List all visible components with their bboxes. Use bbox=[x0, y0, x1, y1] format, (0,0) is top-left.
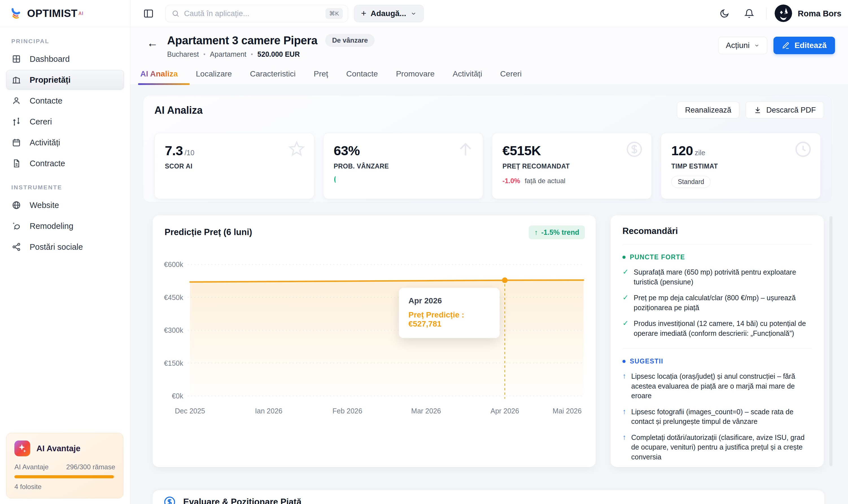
chart-tooltip: Apr 2026 Preț Predicție : €527,781 bbox=[399, 288, 500, 338]
ai-usage-card[interactable]: AI Avantaje AI Avantaje 296/300 rămase 4… bbox=[6, 433, 123, 498]
download-icon bbox=[754, 106, 762, 114]
sidebar: PRINCIPAL Dashboard Proprietăți Contacte bbox=[0, 27, 130, 504]
app-root: OPTIMISTAI ⌘K + Adaugă... bbox=[0, 0, 848, 504]
sidebar-item-contracts[interactable]: Contracte bbox=[6, 154, 124, 173]
tab-activitati[interactable]: Activități bbox=[453, 69, 482, 85]
moon-icon bbox=[719, 8, 729, 19]
sidebar-item-dashboard[interactable]: Dashboard bbox=[6, 49, 124, 69]
stat-card-recommended-price: €515K PREȚ RECOMANDAT -1.0% față de actu… bbox=[492, 133, 652, 199]
user-icon bbox=[12, 96, 21, 106]
status-badge: De vânzare bbox=[325, 34, 375, 47]
main-content: ← Apartament 3 camere Pipera De vânzare … bbox=[130, 27, 848, 504]
scrollbar[interactable] bbox=[829, 216, 832, 466]
clock-icon bbox=[794, 140, 812, 159]
usage-card-title: AI Avantaje bbox=[36, 444, 81, 453]
tab-caracteristici[interactable]: Caracteristici bbox=[250, 69, 296, 85]
svg-text:Ian 2026: Ian 2026 bbox=[255, 407, 282, 415]
topbar: OPTIMISTAI ⌘K + Adaugă... bbox=[0, 0, 848, 27]
tooltip-month: Apr 2026 bbox=[408, 296, 490, 305]
svg-text:Feb 2026: Feb 2026 bbox=[333, 407, 363, 415]
sidebar-item-social-posts[interactable]: Postări sociale bbox=[6, 237, 124, 257]
actions-button[interactable]: Acțiuni bbox=[718, 37, 767, 54]
arrow-up-icon: ↑ bbox=[622, 407, 626, 416]
ai-analysis-panel: AI Analiza Reanalizează Descarcă PDF bbox=[143, 95, 832, 202]
tab-pret[interactable]: Preț bbox=[314, 69, 328, 85]
suggestion-item: ↑ Lipsesc fotografii (images_count=0) – … bbox=[622, 407, 812, 427]
usage-progress-track bbox=[14, 475, 115, 478]
notifications-button[interactable] bbox=[742, 7, 756, 20]
search-input[interactable] bbox=[184, 9, 321, 18]
stats-row: 7.3 /10 SCOR AI 63% PROB. VÂNZARE bbox=[154, 133, 820, 199]
user-avatar[interactable] bbox=[775, 4, 792, 22]
reanalyze-button[interactable]: Reanalizează bbox=[677, 102, 740, 119]
topbar-divider bbox=[766, 7, 766, 20]
ai-sparkle-icon bbox=[14, 440, 30, 456]
brand-name: OPTIMIST bbox=[27, 7, 77, 19]
sidebar-section-instruments: INSTRUMENTE bbox=[11, 184, 124, 191]
tab-localizare[interactable]: Localizare bbox=[196, 69, 232, 85]
price-delta: -1.0% bbox=[502, 177, 520, 185]
edit-button[interactable]: Editează bbox=[774, 37, 835, 54]
dollar-circle-icon bbox=[625, 140, 643, 159]
sidebar-item-activities[interactable]: Activități bbox=[6, 133, 124, 152]
sidebar-collapse-button[interactable] bbox=[142, 7, 155, 20]
property-header: ← Apartament 3 camere Pipera De vânzare … bbox=[130, 27, 848, 85]
mini-gauge-icon bbox=[334, 176, 337, 183]
global-search[interactable]: ⌘K bbox=[165, 5, 348, 22]
stat-card-sale-probability: 63% PROB. VÂNZARE bbox=[323, 133, 483, 199]
add-button[interactable]: + Adaugă... bbox=[354, 5, 424, 22]
user-name[interactable]: Roma Bors bbox=[798, 0, 842, 27]
sidebar-item-requests[interactable]: Cereri bbox=[6, 112, 124, 131]
svg-text:€0k: €0k bbox=[172, 392, 183, 400]
dollar-circle-blue-icon bbox=[163, 496, 176, 504]
brand[interactable]: OPTIMISTAI bbox=[0, 0, 130, 27]
breadcrumb-price: 520.000 EUR bbox=[258, 50, 300, 58]
stat-card-estimated-time: 120 zile TIMP ESTIMAT Standard bbox=[661, 133, 820, 199]
sidebar-item-website[interactable]: Website bbox=[6, 195, 124, 215]
strength-item: ✓ Suprafață mare (650 mp) potrivită pent… bbox=[622, 267, 812, 287]
market-evaluation-card: Evaluare & Poziționare Piață bbox=[153, 490, 824, 504]
tab-bar: AI Analiza Localizare Caracteristici Pre… bbox=[140, 69, 522, 85]
arrow-up-icon bbox=[456, 140, 475, 159]
strengths-heading: PUNCTE FORTE bbox=[630, 253, 685, 261]
svg-text:€600k: €600k bbox=[164, 260, 183, 268]
analysis-panel-title: AI Analiza bbox=[154, 104, 203, 116]
usage-remaining: 296/300 rămase bbox=[66, 463, 115, 471]
green-dot-icon bbox=[622, 256, 625, 259]
tab-ai-analiza[interactable]: AI Analiza bbox=[140, 69, 178, 85]
download-pdf-button[interactable]: Descarcă PDF bbox=[745, 102, 824, 119]
dashboard-grid-icon bbox=[12, 54, 21, 64]
globe-icon bbox=[12, 200, 21, 210]
arrow-up-icon: ↑ bbox=[622, 433, 626, 442]
suggestion-item: ↑ Completați dotări/autorizații (clasifi… bbox=[622, 433, 812, 462]
tab-promovare[interactable]: Promovare bbox=[396, 69, 435, 85]
search-icon bbox=[172, 10, 179, 18]
market-section-title: Evaluare & Poziționare Piață bbox=[183, 497, 301, 504]
svg-text:Mar 2026: Mar 2026 bbox=[411, 407, 441, 415]
chart-title: Predicție Preț (6 luni) bbox=[164, 227, 252, 237]
share-icon bbox=[12, 242, 21, 252]
chevron-down-icon bbox=[410, 11, 417, 17]
tab-contacte[interactable]: Contacte bbox=[347, 69, 378, 85]
arrow-up-icon: ↑ bbox=[622, 371, 626, 381]
usage-used-label: 4 folosite bbox=[14, 483, 115, 491]
content-scroll-area[interactable]: AI Analiza Reanalizează Descarcă PDF bbox=[130, 85, 848, 504]
suggestions-heading: SUGESTII bbox=[630, 358, 664, 365]
usage-meter-label: AI Avantaje bbox=[14, 463, 49, 471]
dark-mode-toggle[interactable] bbox=[718, 7, 731, 20]
sidebar-item-properties[interactable]: Proprietăți bbox=[6, 70, 124, 90]
sidebar-nav-principal: Dashboard Proprietăți Contacte Cereri bbox=[6, 49, 124, 173]
tab-cereri[interactable]: Cereri bbox=[500, 69, 522, 85]
back-button[interactable]: ← bbox=[147, 37, 158, 49]
svg-text:€150k: €150k bbox=[164, 359, 183, 367]
sidebar-item-contacts[interactable]: Contacte bbox=[6, 91, 124, 111]
breadcrumb-type: Apartament bbox=[210, 50, 246, 58]
calendar-icon bbox=[12, 138, 21, 147]
svg-text:Dec 2025: Dec 2025 bbox=[175, 407, 205, 415]
sidebar-item-remodeling[interactable]: Remodeling bbox=[6, 216, 124, 236]
search-shortcut-badge: ⌘K bbox=[325, 8, 343, 19]
price-prediction-chart[interactable]: €0k€150k€300k€450k€600kDec 2025Ian 2026F… bbox=[163, 258, 592, 416]
divider bbox=[622, 348, 812, 348]
brand-logo-icon bbox=[10, 7, 23, 20]
recommendations-card: Recomandări PUNCTE FORTE ✓ Suprafață mar… bbox=[611, 215, 824, 467]
